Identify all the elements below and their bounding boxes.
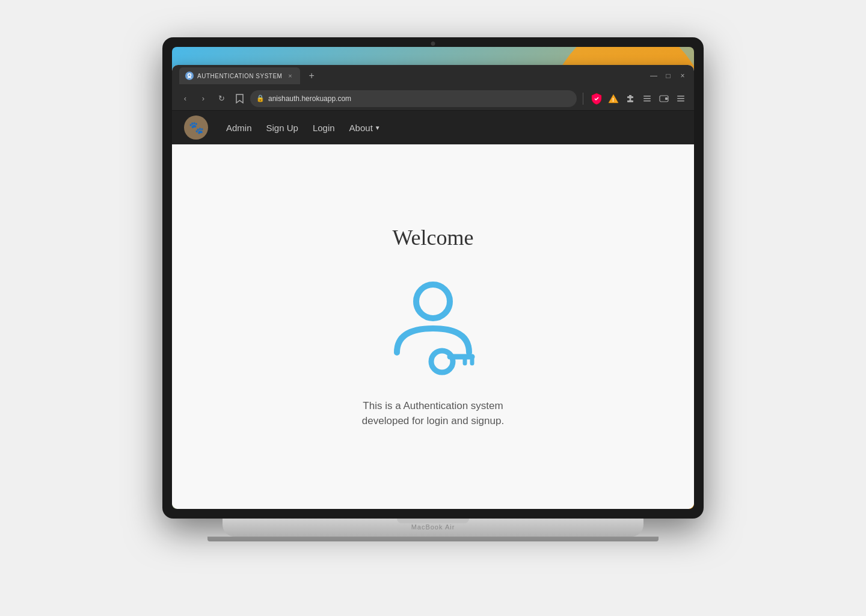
toolbar-icons: ! xyxy=(589,91,688,106)
nav-about[interactable]: About ▼ xyxy=(343,119,387,137)
window-close-button[interactable]: × xyxy=(678,72,687,80)
screen-inner: AUTHENTICATION SYSTEM × + — □ × ‹ › ↻ xyxy=(172,47,694,509)
svg-rect-2 xyxy=(643,96,651,97)
browser-titlebar: AUTHENTICATION SYSTEM × + — □ × xyxy=(172,65,694,87)
dropdown-arrow-icon: ▼ xyxy=(375,125,381,131)
page-main: Welcome xyxy=(172,144,694,509)
macbook-base xyxy=(223,519,643,537)
macbook-screen: AUTHENTICATION SYSTEM × + — □ × ‹ › ↻ xyxy=(162,37,704,519)
nav-signup[interactable]: Sign Up xyxy=(260,119,304,137)
browser-tab[interactable]: AUTHENTICATION SYSTEM × xyxy=(179,67,300,84)
macbook-wrapper: AUTHENTICATION SYSTEM × + — □ × ‹ › ↻ xyxy=(144,37,722,579)
back-button[interactable]: ‹ xyxy=(178,91,192,106)
welcome-description: This is a Authentication system develope… xyxy=(343,398,523,429)
auth-icon-container xyxy=(379,274,487,379)
svg-rect-4 xyxy=(643,100,651,102)
svg-point-11 xyxy=(431,351,453,372)
nav-links: Admin Sign Up Login About ▼ xyxy=(220,119,387,137)
tab-title-text: AUTHENTICATION SYSTEM xyxy=(197,73,282,79)
browser-toolbar: ‹ › ↻ 🔒 anishauth.herokuapp.com xyxy=(172,87,694,111)
tab-favicon xyxy=(185,72,194,80)
svg-text:!: ! xyxy=(612,97,614,103)
svg-rect-3 xyxy=(643,98,651,99)
menu-icon[interactable] xyxy=(674,91,688,106)
window-maximize-button[interactable]: □ xyxy=(664,72,672,80)
brave-shield-icon[interactable] xyxy=(589,91,604,106)
tab-close-button[interactable]: × xyxy=(286,72,294,80)
address-bar[interactable]: 🔒 anishauth.herokuapp.com xyxy=(250,90,577,107)
nav-login[interactable]: Login xyxy=(307,119,341,137)
extensions-icon[interactable] xyxy=(623,91,637,106)
macbook-notch xyxy=(397,519,469,523)
svg-rect-9 xyxy=(677,100,684,102)
svg-point-10 xyxy=(416,285,450,318)
bookmark-button[interactable] xyxy=(232,91,247,106)
window-controls: — □ × xyxy=(650,72,687,80)
svg-rect-8 xyxy=(677,98,684,99)
nav-admin[interactable]: Admin xyxy=(220,119,258,137)
navbar-brand[interactable]: 🐾 xyxy=(184,116,208,140)
lock-icon: 🔒 xyxy=(256,94,265,102)
brand-emoji: 🐾 xyxy=(189,120,204,135)
toolbar-divider xyxy=(583,93,583,105)
macbook-feet xyxy=(207,537,659,541)
alert-icon[interactable]: ! xyxy=(606,91,621,106)
svg-rect-6 xyxy=(665,97,668,100)
navbar: 🐾 Admin Sign Up Login About ▼ xyxy=(172,111,694,144)
address-text: anishauth.herokuapp.com xyxy=(268,94,351,103)
auth-icon xyxy=(379,274,487,377)
forward-button[interactable]: › xyxy=(196,91,210,106)
browser-window: AUTHENTICATION SYSTEM × + — □ × ‹ › ↻ xyxy=(172,65,694,509)
refresh-button[interactable]: ↻ xyxy=(214,91,229,106)
window-minimize-button[interactable]: — xyxy=(650,72,658,80)
wallet-icon[interactable] xyxy=(657,91,671,106)
app-content: 🐾 Admin Sign Up Login About ▼ xyxy=(172,111,694,509)
nav-about-label: About xyxy=(349,123,373,133)
list-icon[interactable] xyxy=(640,91,654,106)
svg-point-0 xyxy=(188,74,191,77)
new-tab-button[interactable]: + xyxy=(305,69,318,82)
welcome-title: Welcome xyxy=(392,225,473,250)
svg-rect-7 xyxy=(677,96,684,97)
